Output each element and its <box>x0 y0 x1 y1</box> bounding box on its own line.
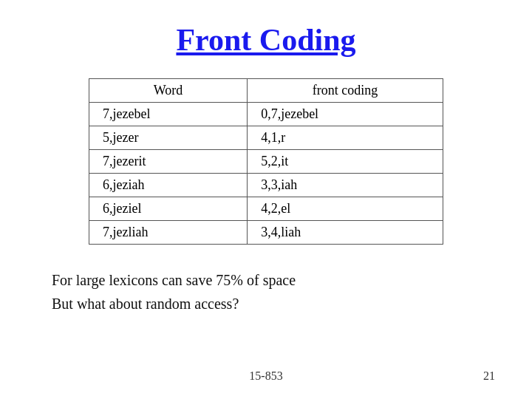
body-line-2: But what about random access? <box>52 292 296 316</box>
word-cell: 7,jezerit <box>89 150 248 174</box>
front-coding-cell: 0,7,jezebel <box>248 103 443 126</box>
body-text: For large lexicons can save 75% of space… <box>44 268 296 316</box>
front-coding-cell: 4,1,r <box>248 126 443 150</box>
word-cell: 7,jezliah <box>89 221 248 245</box>
word-cell: 7,jezebel <box>89 103 248 126</box>
table-container: Word front coding 7,jezebel0,7,jezebel5,… <box>89 78 443 245</box>
front-coding-cell: 3,3,iah <box>248 174 443 197</box>
word-cell: 6,jeziah <box>89 174 248 197</box>
front-coding-cell: 5,2,it <box>248 150 443 174</box>
front-coding-cell: 3,4,liah <box>248 221 443 245</box>
body-line-1: For large lexicons can save 75% of space <box>52 268 296 292</box>
table-row: 5,jezer4,1,r <box>89 126 443 150</box>
table-row: 7,jezliah3,4,liah <box>89 221 443 245</box>
col2-header: front coding <box>248 79 443 103</box>
comparison-table: Word front coding 7,jezebel0,7,jezebel5,… <box>89 78 443 245</box>
table-row: 6,jeziah3,3,iah <box>89 174 443 197</box>
table-row: 7,jezerit5,2,it <box>89 150 443 174</box>
footer-page: 21 <box>483 369 495 383</box>
word-cell: 6,jeziel <box>89 197 248 221</box>
page-title: Front Coding <box>44 22 488 58</box>
slide-id: 15-853 <box>249 369 282 383</box>
slide: Front Coding Word front coding 7,jezebel… <box>0 0 532 399</box>
word-cell: 5,jezer <box>89 126 248 150</box>
footer-slide-id: 15-853 <box>0 369 532 383</box>
page-number: 21 <box>483 369 495 382</box>
front-coding-cell: 4,2,el <box>248 197 443 221</box>
col1-header: Word <box>89 79 248 103</box>
table-row: 6,jeziel4,2,el <box>89 197 443 221</box>
table-row: 7,jezebel0,7,jezebel <box>89 103 443 126</box>
